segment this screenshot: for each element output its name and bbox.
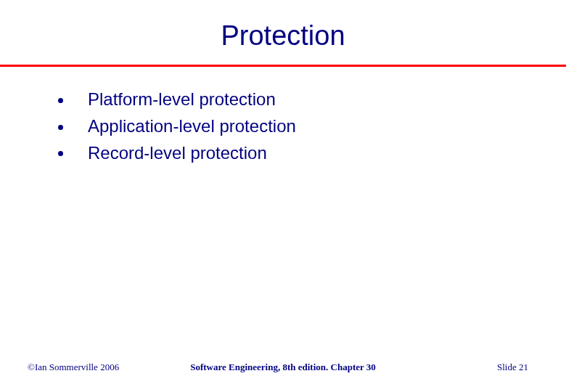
list-item: Platform-level protection <box>58 87 522 113</box>
bullet-text: Platform-level protection <box>88 87 276 113</box>
bullet-icon <box>58 98 63 103</box>
footer-center: Software Engineering, 8th edition. Chapt… <box>190 362 376 373</box>
list-item: Record-level protection <box>58 141 522 166</box>
bullet-list: Platform-level protection Application-le… <box>58 87 522 166</box>
slide: Protection Platform-level protection App… <box>0 0 566 392</box>
footer-slide-number: Slide 21 <box>497 362 528 373</box>
slide-content: Platform-level protection Application-le… <box>0 67 566 166</box>
slide-footer: ©Ian Sommerville 2006 Software Engineeri… <box>0 362 566 373</box>
bullet-text: Record-level protection <box>88 141 267 166</box>
slide-title: Protection <box>0 0 566 65</box>
footer-copyright: ©Ian Sommerville 2006 <box>28 362 119 373</box>
bullet-icon <box>58 125 63 130</box>
list-item: Application-level protection <box>58 114 522 139</box>
bullet-icon <box>58 151 63 156</box>
bullet-text: Application-level protection <box>88 114 296 139</box>
